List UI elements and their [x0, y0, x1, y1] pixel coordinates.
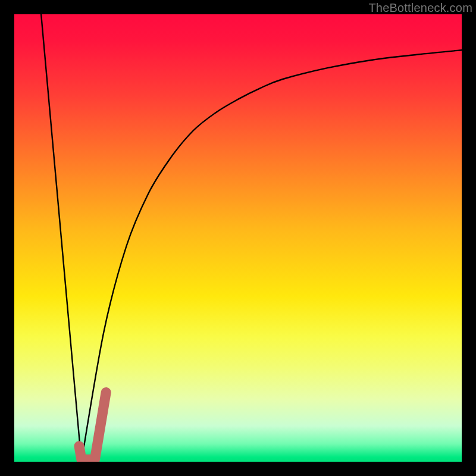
right-curve-line	[82, 50, 462, 462]
watermark-text: TheBottleneck.com	[368, 1, 472, 15]
left-slope-line	[41, 14, 82, 462]
highlight-marker	[79, 392, 106, 459]
plot-area	[14, 14, 462, 462]
curves-svg	[14, 14, 462, 462]
chart-frame: TheBottleneck.com	[0, 0, 476, 476]
